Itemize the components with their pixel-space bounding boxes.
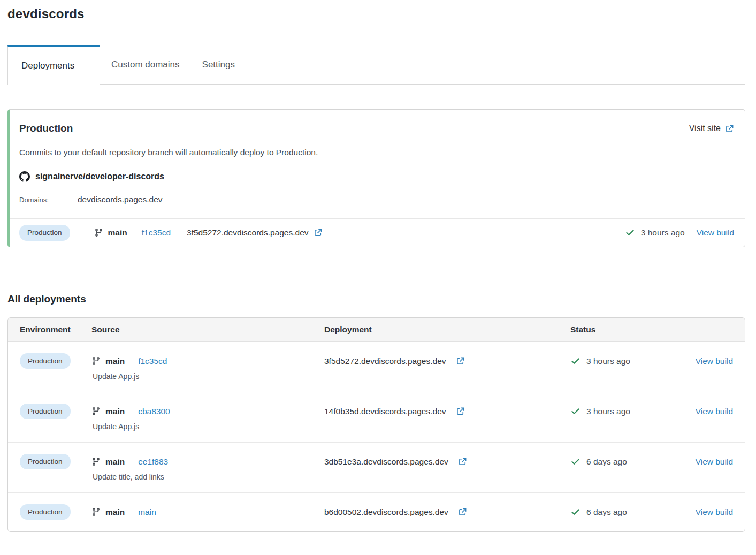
production-card-body: Production Visit site Commits to your de… (10, 110, 745, 218)
environment-badge: Production (20, 404, 71, 420)
check-icon (570, 356, 581, 366)
commit-link[interactable]: cba8300 (138, 407, 170, 416)
external-link-icon[interactable] (458, 457, 467, 466)
commit-link[interactable]: f1c35cd (138, 356, 167, 366)
check-icon (570, 406, 581, 416)
deployment-cell: 3f5d5272.devdiscords.pages.dev (324, 353, 570, 369)
environment-cell: Production (20, 404, 91, 420)
status-time: 3 hours ago (641, 228, 685, 238)
deployment-cell: b6d00502.devdiscords.pages.dev (324, 504, 570, 520)
deployment-status: 3 hours ago (625, 227, 685, 238)
tab-custom-domains[interactable]: Custom domains (100, 45, 191, 84)
production-description: Commits to your default repository branc… (19, 148, 734, 157)
environment-cell: Production (20, 504, 91, 520)
environment-badge: Production (20, 454, 71, 470)
branch-name: main (105, 407, 125, 416)
deployment-url-text: 3db51e3a.devdiscords.pages.dev (324, 457, 448, 467)
git-branch-icon (91, 407, 101, 416)
deployment-url: 3f5d5272.devdiscords.pages.dev (187, 228, 323, 238)
tab-settings[interactable]: Settings (191, 45, 246, 84)
status-time: 3 hours ago (586, 356, 630, 366)
tab-deployments-label: Deployments (21, 60, 74, 71)
environment-badge: Production (19, 225, 70, 241)
branch-group: main (94, 228, 127, 238)
environment-cell: Production (20, 454, 91, 470)
deployments-table: Environment Source Deployment Status Pro… (7, 317, 745, 532)
check-icon (570, 457, 581, 467)
deployment-url-text: 3f5d5272.devdiscords.pages.dev (187, 228, 309, 238)
deployment-status: 3 hours ago (570, 406, 630, 416)
tab-deployments[interactable]: Deployments (7, 45, 100, 85)
deployment-url: 3f5d5272.devdiscords.pages.dev (324, 356, 465, 366)
source-cell: main main (91, 504, 324, 520)
status-time: 3 hours ago (586, 407, 630, 416)
table-row: Production main main b6d00502.devdiscord… (8, 493, 745, 531)
tab-custom-domains-label: Custom domains (111, 59, 180, 70)
view-build-link[interactable]: View build (696, 507, 733, 517)
commit-link[interactable]: ee1f883 (138, 457, 168, 467)
deployment-cell: 14f0b35d.devdiscords.pages.dev (324, 404, 570, 420)
external-link-icon[interactable] (314, 228, 323, 237)
page-title: devdiscords (7, 6, 745, 21)
table-row: Production main f1c35cd Update App.js 3f… (8, 342, 745, 392)
deployment-url-text: b6d00502.devdiscords.pages.dev (324, 507, 448, 517)
deployment-cell: 3db51e3a.devdiscords.pages.dev (324, 454, 570, 470)
view-build-link[interactable]: View build (696, 356, 733, 366)
commit-link[interactable]: main (138, 507, 156, 517)
repository-link[interactable]: signalnerve/developer-discords (19, 171, 734, 182)
view-build-link[interactable]: View build (696, 407, 733, 416)
deployments-table-header: Environment Source Deployment Status (8, 318, 745, 342)
action-cell: View build (687, 404, 733, 420)
source-cell: main ee1f883 Update title, add links (91, 454, 324, 481)
all-deployments-title: All deployments (7, 293, 745, 305)
view-build-link[interactable]: View build (696, 457, 733, 467)
github-icon (19, 171, 30, 182)
commit-message: Update title, add links (91, 473, 324, 481)
external-link-icon (725, 124, 734, 133)
table-row: Production main cba8300 Update App.js 14… (8, 392, 745, 443)
deployment-url-text: 3f5d5272.devdiscords.pages.dev (324, 356, 446, 366)
branch-group: main (91, 356, 125, 366)
environment-badge: Production (20, 353, 71, 369)
source-cell: main cba8300 Update App.js (91, 404, 324, 431)
environment-cell: Production (20, 353, 91, 369)
action-cell: View build (687, 454, 733, 470)
column-status: Status (570, 325, 687, 334)
deployments-table-body: Production main f1c35cd Update App.js 3f… (8, 342, 745, 531)
status-cell: 3 hours ago (570, 353, 687, 369)
status-cell: 6 days ago (570, 454, 687, 470)
external-link-icon[interactable] (456, 356, 465, 366)
deployment-status: 6 days ago (570, 457, 627, 467)
status-time: 6 days ago (586, 457, 627, 467)
branch-name: main (105, 457, 125, 467)
check-icon (625, 227, 635, 238)
pages-project-page: devdiscords Deployments Custom domains S… (0, 0, 756, 541)
commit-link[interactable]: f1c35cd (142, 228, 171, 238)
status-time: 6 days ago (586, 507, 627, 517)
column-source: Source (91, 325, 324, 334)
external-link-icon[interactable] (456, 407, 465, 416)
action-cell: View build (687, 353, 733, 369)
tab-settings-label: Settings (202, 59, 235, 70)
domains-label: Domains: (19, 196, 78, 204)
table-row: Production main ee1f883 Update title, ad… (8, 443, 745, 493)
domains-row: Domains: devdiscords.pages.dev (19, 195, 734, 204)
status-cell: 3 hours ago (570, 404, 687, 420)
branch-name: main (108, 228, 127, 238)
domains-value: devdiscords.pages.dev (78, 195, 163, 204)
visit-site-link[interactable]: Visit site (689, 124, 734, 133)
git-branch-icon (91, 356, 101, 366)
check-icon (570, 507, 581, 517)
production-card: Production Visit site Commits to your de… (7, 109, 745, 247)
visit-site-label: Visit site (689, 124, 721, 133)
git-branch-icon (91, 507, 101, 516)
git-branch-icon (91, 457, 101, 466)
external-link-icon[interactable] (458, 507, 467, 516)
branch-group: main (91, 457, 125, 467)
deployment-url: b6d00502.devdiscords.pages.dev (324, 507, 467, 517)
branch-group: main (91, 507, 125, 517)
commit-message: Update App.js (91, 422, 324, 431)
deployment-url: 3db51e3a.devdiscords.pages.dev (324, 457, 467, 467)
branch-name: main (105, 356, 125, 366)
view-build-link[interactable]: View build (697, 228, 734, 238)
